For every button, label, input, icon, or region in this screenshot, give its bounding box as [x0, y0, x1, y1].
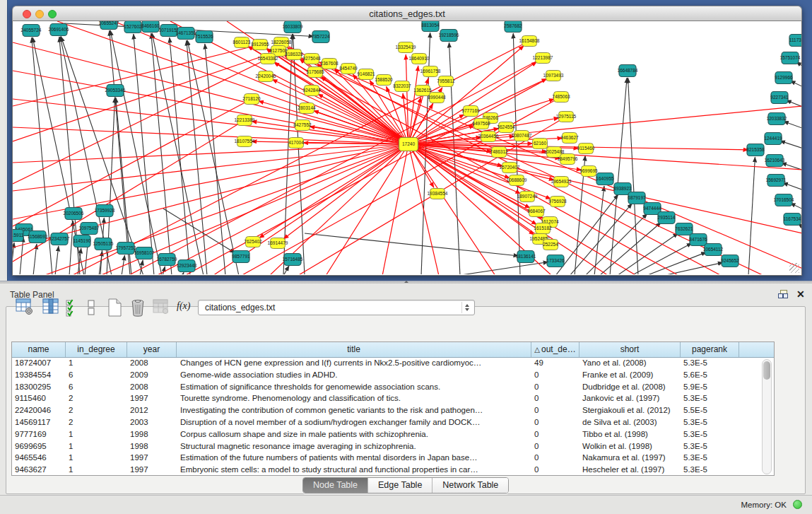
table-cell: de Silva et al. (2003) — [579, 416, 681, 428]
citation-network-graph[interactable]: 2405572420691406106552471527602846616010… — [13, 21, 801, 274]
graph-node-label: 9146821 — [357, 71, 375, 76]
table-cell: Tourette syndrome. Phenomenology and cla… — [177, 392, 531, 404]
table-row[interactable]: 946362711997Embryonic stem cells: a mode… — [12, 464, 774, 475]
graph-edge — [408, 144, 439, 274]
tab-network-table[interactable]: Network Table — [433, 478, 508, 493]
graph-node-label: 13325419 — [396, 45, 416, 49]
table-row[interactable]: 969969511998Structural magnetic resonanc… — [12, 440, 774, 452]
table-cell: Investigating the contribution of common… — [177, 404, 531, 416]
graph-node-label: 10807487 — [512, 133, 532, 138]
tab-edge-table[interactable]: Edge Table — [368, 478, 433, 493]
delete-table-icon[interactable] — [129, 298, 146, 321]
table-row[interactable]: 977716911998Corpus callosum shape and si… — [12, 428, 774, 440]
column-header-title[interactable]: title — [177, 342, 531, 357]
column-header-pagerank[interactable]: pagerank — [681, 342, 739, 357]
graph-node-label: 12505135 — [93, 241, 114, 246]
scrollbar-thumb[interactable] — [763, 361, 770, 380]
graph-node-label: 8990448 — [428, 95, 446, 100]
graph-edge — [408, 144, 801, 170]
table-settings-icon[interactable] — [16, 298, 34, 318]
window-titlebar[interactable]: citations_edges.txt — [12, 6, 802, 21]
graph-edge — [617, 233, 678, 274]
table-cell: 2 — [66, 416, 127, 428]
graph-node-label: 1145190 — [73, 238, 91, 243]
graph-node-label: 10025488 — [544, 149, 565, 154]
graph-node-label: 18226058 — [271, 40, 292, 45]
table-cell: 2008 — [127, 381, 177, 393]
function-builder-icon[interactable]: f(x) — [177, 300, 190, 312]
memory-status-indicator — [793, 500, 802, 509]
graph-node-label: 8471676 — [689, 237, 707, 242]
table-cell: 9465546 — [12, 452, 66, 464]
tab-node-table[interactable]: Node Table — [303, 478, 368, 493]
select-all-columns-icon[interactable] — [66, 298, 80, 320]
graph-node-label: 3915911 — [13, 233, 24, 238]
table-row[interactable]: 1938455462009Genome-wide association stu… — [12, 369, 774, 381]
table-cell: 0 — [531, 392, 579, 404]
create-table-icon[interactable] — [107, 298, 123, 320]
window-resize-grip[interactable] — [789, 263, 799, 273]
graph-node-label: 16958107 — [134, 250, 155, 255]
table-cell: 5.3E-5 — [681, 464, 739, 475]
table-cell: 0 — [531, 381, 579, 393]
table-row[interactable]: 946554611997Estimation of the future num… — [12, 452, 774, 464]
graph-node-label: 2587682 — [504, 23, 522, 28]
column-header-out-degree[interactable]: △out_de… — [531, 342, 579, 357]
graph-node-label: 417004 — [288, 140, 304, 145]
graph-node-label: 29053346 — [105, 88, 126, 93]
table-row[interactable]: 1830029562008Estimation of significance … — [12, 381, 774, 393]
graph-node-label: 9777169 — [461, 108, 480, 113]
graph-node-label: 18907249 — [517, 194, 538, 199]
graph-node-label: 8601123 — [233, 40, 251, 45]
column-header-short[interactable]: short — [579, 342, 681, 357]
graph-node-label: 20206506 — [64, 211, 84, 216]
table-cell: 1998 — [127, 428, 177, 440]
graph-node-label: 10654112 — [703, 247, 724, 252]
table-cell: 18300295 — [12, 381, 66, 393]
table-row[interactable]: 911546021997Tourette syndrome. Phenomeno… — [12, 392, 774, 404]
graph-node-label: 17957253 — [116, 245, 136, 250]
import-table-icon[interactable] — [153, 298, 170, 318]
graph-node-label: 16961758 — [420, 69, 441, 74]
memory-status-label: Memory: OK — [741, 501, 787, 509]
graph-node-label: 7955812 — [437, 78, 455, 83]
window-title: citations_edges.txt — [13, 8, 801, 19]
table-cell: 9777169 — [12, 428, 66, 440]
graph-node-label: 9115460 — [577, 146, 595, 151]
dropdown-stepper-icon[interactable] — [461, 302, 472, 313]
table-cell: 6 — [66, 381, 127, 393]
row-height-icon[interactable] — [88, 298, 96, 320]
graph-edge — [748, 157, 755, 274]
graph-node-label: 20364456 — [478, 134, 499, 139]
graph-edge — [312, 59, 801, 269]
table-vertical-scrollbar[interactable] — [762, 359, 772, 474]
table-cell: 0 — [531, 404, 579, 416]
graph-node-label: 1117304 — [789, 37, 801, 42]
graph-node-label: 15751074 — [780, 55, 801, 60]
column-header-name[interactable]: name — [12, 342, 66, 357]
table-cell: 1 — [66, 428, 127, 440]
table-cell: 14569117 — [12, 416, 66, 428]
column-chooser-icon[interactable] — [42, 298, 59, 318]
graph-node-label: 9227341 — [770, 95, 789, 100]
graph-edge — [628, 78, 638, 274]
table-selector-dropdown[interactable]: citations_edges.txt — [198, 300, 475, 315]
graph-node-label: 6497568 — [472, 121, 490, 126]
table-cell: 0 — [531, 440, 579, 452]
column-header-year[interactable]: year — [127, 342, 177, 357]
graph-node-label: 9474444 — [643, 206, 661, 211]
table-toolbar: f(x) citations_edges.txt — [0, 288, 812, 317]
table-row[interactable]: 2242004622012Investigating the contribut… — [12, 404, 774, 416]
table-header-row: name in_degree year title △out_de… short… — [12, 342, 774, 358]
table-cell: Yano et al. (2008) — [579, 357, 681, 369]
table-row[interactable]: 1456911722003Disruption of a novel membe… — [12, 416, 774, 428]
graph-node-label: 16033809 — [283, 24, 303, 29]
table-row[interactable]: 1872400712008Changes of HCN gene express… — [12, 357, 774, 369]
graph-node-label: 7515526 — [195, 34, 213, 39]
graph-node-label: 8912955 — [251, 42, 269, 47]
graph-edge — [555, 194, 618, 274]
graph-node-label: 16914479 — [268, 240, 288, 245]
graph-node-label: 9275048 — [302, 56, 321, 61]
column-header-in-degree[interactable]: in_degree — [66, 342, 127, 357]
network-canvas[interactable]: 2405572420691406106552471527602846616010… — [12, 21, 802, 276]
